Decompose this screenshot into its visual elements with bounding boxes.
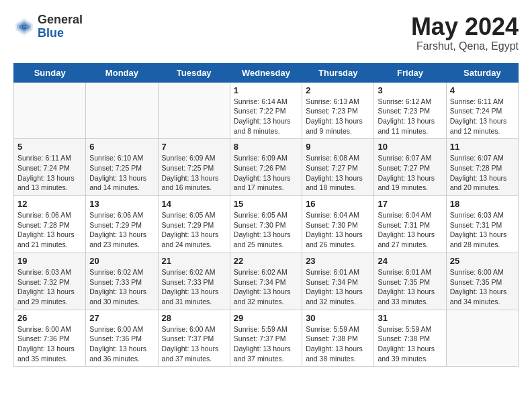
day-info: Sunrise: 6:03 AM Sunset: 7:32 PM Dayligh… bbox=[17, 267, 82, 307]
calendar-day-cell: 28Sunrise: 6:00 AM Sunset: 7:37 PM Dayli… bbox=[158, 310, 230, 367]
day-number: 3 bbox=[378, 85, 442, 95]
day-info: Sunrise: 6:02 AM Sunset: 7:34 PM Dayligh… bbox=[234, 267, 298, 307]
calendar-day-cell bbox=[158, 82, 230, 139]
calendar-day-cell: 17Sunrise: 6:04 AM Sunset: 7:31 PM Dayli… bbox=[374, 196, 446, 253]
day-number: 7 bbox=[162, 142, 226, 152]
calendar-day-cell: 7Sunrise: 6:09 AM Sunset: 7:25 PM Daylig… bbox=[158, 139, 230, 196]
day-info: Sunrise: 6:11 AM Sunset: 7:24 PM Dayligh… bbox=[17, 153, 82, 193]
calendar-week-row: 1Sunrise: 6:14 AM Sunset: 7:22 PM Daylig… bbox=[14, 82, 519, 139]
calendar-day-cell: 5Sunrise: 6:11 AM Sunset: 7:24 PM Daylig… bbox=[14, 139, 86, 196]
calendar-day-cell bbox=[14, 82, 86, 139]
day-info: Sunrise: 6:01 AM Sunset: 7:34 PM Dayligh… bbox=[306, 267, 370, 307]
day-info: Sunrise: 6:05 AM Sunset: 7:30 PM Dayligh… bbox=[234, 210, 298, 250]
calendar-day-cell: 8Sunrise: 6:09 AM Sunset: 7:26 PM Daylig… bbox=[230, 139, 302, 196]
day-info: Sunrise: 6:00 AM Sunset: 7:35 PM Dayligh… bbox=[450, 267, 515, 307]
day-info: Sunrise: 6:04 AM Sunset: 7:31 PM Dayligh… bbox=[378, 210, 442, 250]
day-info: Sunrise: 6:12 AM Sunset: 7:23 PM Dayligh… bbox=[378, 97, 442, 136]
weekday-header: Sunday bbox=[14, 63, 86, 82]
day-number: 24 bbox=[378, 256, 442, 266]
day-number: 30 bbox=[306, 313, 370, 323]
calendar-day-cell: 3Sunrise: 6:12 AM Sunset: 7:23 PM Daylig… bbox=[374, 82, 446, 139]
calendar-day-cell: 4Sunrise: 6:11 AM Sunset: 7:24 PM Daylig… bbox=[446, 82, 518, 139]
calendar-day-cell: 31Sunrise: 5:59 AM Sunset: 7:38 PM Dayli… bbox=[374, 310, 446, 367]
calendar-week-row: 5Sunrise: 6:11 AM Sunset: 7:24 PM Daylig… bbox=[14, 139, 519, 196]
day-number: 16 bbox=[306, 199, 370, 209]
calendar-day-cell: 11Sunrise: 6:07 AM Sunset: 7:28 PM Dayli… bbox=[446, 139, 518, 196]
calendar-week-row: 12Sunrise: 6:06 AM Sunset: 7:28 PM Dayli… bbox=[14, 196, 519, 253]
day-number: 10 bbox=[378, 142, 442, 152]
logo-general: General bbox=[38, 13, 83, 27]
day-number: 9 bbox=[306, 142, 370, 152]
calendar-day-cell: 13Sunrise: 6:06 AM Sunset: 7:29 PM Dayli… bbox=[86, 196, 158, 253]
day-number: 6 bbox=[89, 142, 154, 152]
day-info: Sunrise: 5:59 AM Sunset: 7:38 PM Dayligh… bbox=[306, 324, 370, 364]
calendar-day-cell: 15Sunrise: 6:05 AM Sunset: 7:30 PM Dayli… bbox=[230, 196, 302, 253]
day-number: 4 bbox=[450, 85, 515, 95]
day-number: 22 bbox=[234, 256, 298, 266]
title-block: May 2024 Farshut, Qena, Egypt bbox=[411, 13, 519, 52]
day-number: 14 bbox=[162, 199, 226, 209]
weekday-row: SundayMondayTuesdayWednesdayThursdayFrid… bbox=[14, 63, 519, 82]
weekday-header: Thursday bbox=[302, 63, 374, 82]
day-info: Sunrise: 6:00 AM Sunset: 7:37 PM Dayligh… bbox=[162, 324, 226, 364]
calendar-day-cell: 20Sunrise: 6:02 AM Sunset: 7:33 PM Dayli… bbox=[86, 253, 158, 310]
day-info: Sunrise: 6:02 AM Sunset: 7:33 PM Dayligh… bbox=[89, 267, 154, 307]
day-info: Sunrise: 6:02 AM Sunset: 7:33 PM Dayligh… bbox=[162, 267, 226, 307]
logo: G General Blue bbox=[13, 13, 83, 40]
day-info: Sunrise: 6:03 AM Sunset: 7:31 PM Dayligh… bbox=[450, 210, 515, 250]
day-number: 29 bbox=[234, 313, 298, 323]
day-info: Sunrise: 6:14 AM Sunset: 7:22 PM Dayligh… bbox=[234, 97, 298, 136]
day-info: Sunrise: 5:59 AM Sunset: 7:37 PM Dayligh… bbox=[234, 324, 298, 364]
weekday-header: Saturday bbox=[446, 63, 518, 82]
day-number: 19 bbox=[17, 256, 82, 266]
weekday-header: Friday bbox=[374, 63, 446, 82]
weekday-header: Monday bbox=[86, 63, 158, 82]
day-number: 31 bbox=[378, 313, 442, 323]
day-info: Sunrise: 6:08 AM Sunset: 7:27 PM Dayligh… bbox=[306, 153, 370, 193]
day-info: Sunrise: 6:10 AM Sunset: 7:25 PM Dayligh… bbox=[89, 153, 154, 193]
calendar-day-cell: 1Sunrise: 6:14 AM Sunset: 7:22 PM Daylig… bbox=[230, 82, 302, 139]
calendar-day-cell: 23Sunrise: 6:01 AM Sunset: 7:34 PM Dayli… bbox=[302, 253, 374, 310]
calendar-week-row: 26Sunrise: 6:00 AM Sunset: 7:36 PM Dayli… bbox=[14, 310, 519, 367]
day-info: Sunrise: 5:59 AM Sunset: 7:38 PM Dayligh… bbox=[378, 324, 442, 364]
day-info: Sunrise: 6:09 AM Sunset: 7:26 PM Dayligh… bbox=[234, 153, 298, 193]
calendar-subtitle: Farshut, Qena, Egypt bbox=[411, 40, 519, 52]
calendar-day-cell: 27Sunrise: 6:00 AM Sunset: 7:36 PM Dayli… bbox=[86, 310, 158, 367]
day-number: 11 bbox=[450, 142, 515, 152]
day-number: 25 bbox=[450, 256, 515, 266]
calendar-day-cell: 30Sunrise: 5:59 AM Sunset: 7:38 PM Dayli… bbox=[302, 310, 374, 367]
day-info: Sunrise: 6:06 AM Sunset: 7:29 PM Dayligh… bbox=[89, 210, 154, 250]
day-number: 2 bbox=[306, 85, 370, 95]
day-number: 13 bbox=[89, 199, 154, 209]
day-info: Sunrise: 6:13 AM Sunset: 7:23 PM Dayligh… bbox=[306, 97, 370, 136]
logo-icon: G bbox=[13, 16, 35, 38]
day-number: 27 bbox=[89, 313, 154, 323]
calendar-day-cell: 16Sunrise: 6:04 AM Sunset: 7:30 PM Dayli… bbox=[302, 196, 374, 253]
calendar-title: May 2024 bbox=[411, 13, 519, 40]
day-number: 28 bbox=[162, 313, 226, 323]
day-number: 12 bbox=[17, 199, 82, 209]
day-info: Sunrise: 6:07 AM Sunset: 7:28 PM Dayligh… bbox=[450, 153, 515, 193]
calendar-day-cell: 9Sunrise: 6:08 AM Sunset: 7:27 PM Daylig… bbox=[302, 139, 374, 196]
calendar-day-cell: 21Sunrise: 6:02 AM Sunset: 7:33 PM Dayli… bbox=[158, 253, 230, 310]
day-info: Sunrise: 6:11 AM Sunset: 7:24 PM Dayligh… bbox=[450, 97, 515, 136]
logo-text: General Blue bbox=[38, 13, 83, 40]
calendar-day-cell: 18Sunrise: 6:03 AM Sunset: 7:31 PM Dayli… bbox=[446, 196, 518, 253]
calendar-body: 1Sunrise: 6:14 AM Sunset: 7:22 PM Daylig… bbox=[14, 82, 519, 367]
page-header: G General Blue May 2024 Farshut, Qena, E… bbox=[13, 13, 519, 52]
calendar-day-cell: 14Sunrise: 6:05 AM Sunset: 7:29 PM Dayli… bbox=[158, 196, 230, 253]
calendar-day-cell: 22Sunrise: 6:02 AM Sunset: 7:34 PM Dayli… bbox=[230, 253, 302, 310]
calendar-day-cell: 19Sunrise: 6:03 AM Sunset: 7:32 PM Dayli… bbox=[14, 253, 86, 310]
calendar-day-cell: 26Sunrise: 6:00 AM Sunset: 7:36 PM Dayli… bbox=[14, 310, 86, 367]
calendar-table: SundayMondayTuesdayWednesdayThursdayFrid… bbox=[13, 63, 519, 367]
day-info: Sunrise: 6:01 AM Sunset: 7:35 PM Dayligh… bbox=[378, 267, 442, 307]
day-number: 20 bbox=[89, 256, 154, 266]
day-number: 18 bbox=[450, 199, 515, 209]
day-number: 15 bbox=[234, 199, 298, 209]
day-number: 8 bbox=[234, 142, 298, 152]
calendar-day-cell bbox=[446, 310, 518, 367]
calendar-day-cell: 24Sunrise: 6:01 AM Sunset: 7:35 PM Dayli… bbox=[374, 253, 446, 310]
calendar-day-cell: 25Sunrise: 6:00 AM Sunset: 7:35 PM Dayli… bbox=[446, 253, 518, 310]
weekday-header: Tuesday bbox=[158, 63, 230, 82]
calendar-day-cell: 29Sunrise: 5:59 AM Sunset: 7:37 PM Dayli… bbox=[230, 310, 302, 367]
